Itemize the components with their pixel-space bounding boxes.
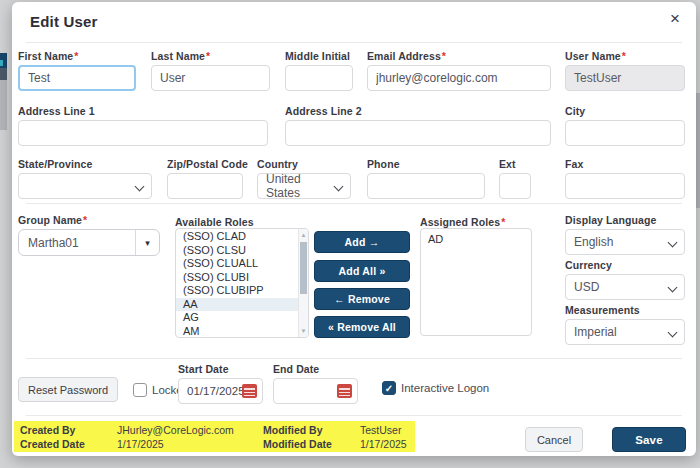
start-date-input[interactable]: 01/17/2025: [178, 378, 263, 404]
background-page-fragment: [0, 60, 3, 66]
end-date-label: End Date: [273, 363, 358, 375]
chevron-down-icon: [135, 182, 145, 192]
currency-label: Currency: [565, 259, 685, 271]
created-date-value: 1/17/2025: [117, 438, 263, 450]
email-label: Email Address*: [367, 50, 551, 62]
role-option[interactable]: (SSO) CLUALL: [176, 257, 298, 271]
divider: [26, 358, 682, 359]
divider: [26, 203, 682, 204]
add-button[interactable]: Add →: [314, 231, 410, 253]
check-icon: ✓: [385, 383, 393, 394]
background-page-fragment: [0, 80, 7, 130]
audit-info-highlight: Created By JHurley@CoreLogic.com Modifie…: [14, 421, 415, 452]
available-roles-label: Available Roles: [175, 216, 254, 228]
middle-initial-label: Middle Initial: [285, 50, 353, 62]
modified-date-label: Modified Date: [263, 438, 360, 450]
scroll-down-icon[interactable]: ▼: [299, 328, 308, 334]
state-select[interactable]: [18, 173, 152, 199]
role-option[interactable]: (SSO) CLUBIPP: [176, 284, 298, 298]
assigned-roles-listbox[interactable]: AD: [420, 228, 532, 336]
created-date-label: Created Date: [20, 438, 117, 450]
email-input[interactable]: [367, 65, 551, 91]
created-by-value: JHurley@CoreLogic.com: [117, 424, 263, 436]
display-language-label: Display Language: [565, 214, 685, 226]
calendar-icon[interactable]: [337, 384, 352, 398]
reset-password-button[interactable]: Reset Password: [18, 377, 118, 402]
user-name-label: User Name*: [565, 50, 685, 62]
first-name-input[interactable]: [18, 65, 136, 91]
measurements-select[interactable]: Imperial: [565, 319, 685, 345]
role-option[interactable]: AM: [176, 325, 298, 339]
currency-select[interactable]: USD: [565, 274, 685, 300]
fax-input[interactable]: [565, 173, 685, 199]
remove-button[interactable]: ← Remove: [314, 288, 410, 310]
chevron-down-icon: [334, 182, 344, 192]
address1-label: Address Line 1: [18, 105, 268, 117]
scroll-up-icon[interactable]: ▲: [299, 232, 308, 238]
created-by-label: Created By: [20, 424, 117, 436]
fax-label: Fax: [565, 158, 685, 170]
caret-down-icon[interactable]: ▾: [135, 230, 159, 255]
divider: [26, 415, 682, 416]
display-language-select[interactable]: English: [565, 229, 685, 255]
calendar-icon[interactable]: [242, 384, 257, 398]
ext-input[interactable]: [499, 173, 531, 199]
user-name-input: [565, 65, 685, 91]
divider: [26, 42, 682, 43]
state-label: State/Province: [18, 158, 152, 170]
group-name-combobox[interactable]: Martha01 ▾: [18, 229, 160, 256]
phone-input[interactable]: [367, 173, 485, 199]
available-roles-listbox[interactable]: (SSO) CLAD(SSO) CLSU(SSO) CLUALL(SSO) CL…: [175, 228, 309, 338]
save-button[interactable]: Save: [612, 427, 686, 452]
country-label: Country: [257, 158, 351, 170]
scrollbar-thumb[interactable]: [300, 242, 307, 294]
interactive-logon-label: Interactive Logon: [401, 382, 489, 394]
role-option[interactable]: AG: [176, 311, 298, 325]
country-select[interactable]: United States: [257, 173, 351, 199]
ext-label: Ext: [499, 158, 531, 170]
group-name-label: Group Name*: [18, 214, 160, 226]
listbox-scrollbar[interactable]: ▲ ▼: [298, 229, 308, 337]
last-name-input[interactable]: [151, 65, 270, 91]
address2-label: Address Line 2: [285, 105, 551, 117]
city-input[interactable]: [565, 120, 685, 146]
phone-label: Phone: [367, 158, 485, 170]
modified-by-value: TestUser: [360, 424, 415, 436]
zip-label: Zip/Postal Code: [167, 158, 243, 170]
remove-all-button[interactable]: « Remove All: [314, 316, 410, 338]
role-option[interactable]: (SSO) CLSU: [176, 244, 298, 258]
dialog-title: Edit User: [30, 13, 98, 30]
zip-input[interactable]: [167, 173, 243, 199]
add-all-button[interactable]: Add All »: [314, 260, 410, 282]
address2-input[interactable]: [285, 120, 551, 146]
role-option[interactable]: (SSO) CLUBI: [176, 271, 298, 285]
background-page-fragment: [0, 68, 7, 80]
first-name-label: First Name*: [18, 50, 136, 62]
close-icon[interactable]: ×: [670, 10, 680, 27]
city-label: City: [565, 105, 685, 117]
interactive-logon-checkbox[interactable]: ✓: [382, 381, 396, 395]
middle-initial-input[interactable]: [285, 65, 353, 91]
chevron-down-icon: [668, 238, 678, 248]
end-date-input[interactable]: [273, 378, 358, 404]
modified-date-value: 1/17/2025: [360, 438, 415, 450]
assigned-roles-label: Assigned Roles*: [420, 216, 505, 228]
locked-checkbox[interactable]: [133, 383, 147, 397]
chevron-down-icon: [668, 328, 678, 338]
chevron-down-icon: [668, 283, 678, 293]
start-date-label: Start Date: [178, 363, 263, 375]
cancel-button[interactable]: Cancel: [525, 427, 583, 452]
address1-input[interactable]: [18, 120, 268, 146]
role-option[interactable]: AA: [176, 298, 298, 312]
measurements-label: Measurements: [565, 304, 685, 316]
role-option[interactable]: AD: [421, 233, 531, 247]
role-option[interactable]: (SSO) CLAD: [176, 230, 298, 244]
modified-by-label: Modified By: [263, 424, 360, 436]
last-name-label: Last Name*: [151, 50, 270, 62]
edit-user-dialog: Edit User × First Name* Last Name* Middl…: [12, 2, 696, 456]
